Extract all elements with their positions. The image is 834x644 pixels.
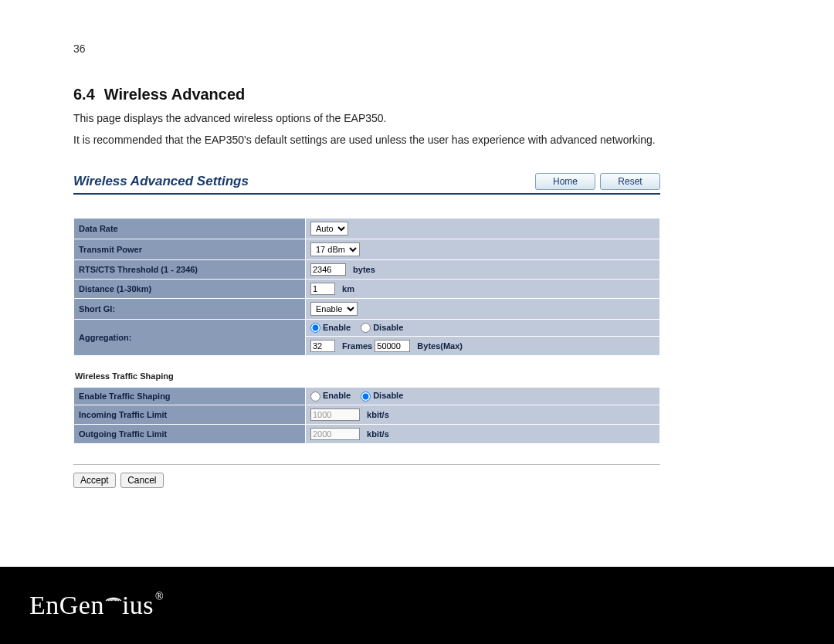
- section-title: Wireless Advanced: [104, 86, 246, 103]
- label-enable-traffic: Enable Traffic Shaping: [74, 388, 306, 405]
- label-data-rate: Data Rate: [74, 218, 306, 239]
- cancel-button[interactable]: Cancel: [120, 473, 163, 488]
- select-short-gi[interactable]: Enable: [310, 302, 358, 316]
- settings-title: Wireless Advanced Settings: [73, 174, 531, 189]
- row-aggregation: Aggregation: Enable Disable: [74, 319, 660, 337]
- row-transmit-power: Transmit Power 17 dBm: [74, 239, 660, 259]
- row-short-gi: Short GI: Enable: [74, 298, 660, 319]
- label-agg-bytes: Bytes(Max): [417, 341, 463, 351]
- radio-traffic-disable-label: Disable: [373, 391, 403, 400]
- select-data-rate[interactable]: Auto: [310, 222, 348, 236]
- section-heading: 6.4Wireless Advanced: [73, 86, 761, 103]
- radio-traffic-disable[interactable]: [361, 391, 371, 402]
- signal-arc-icon: [105, 588, 122, 602]
- brand-registered: ®: [155, 591, 164, 603]
- radio-aggregation-enable-wrap[interactable]: Enable: [310, 323, 351, 332]
- page-footer: EnGen ius®: [0, 567, 834, 644]
- radio-aggregation-enable[interactable]: [310, 323, 320, 333]
- label-short-gi: Short GI:: [74, 298, 306, 319]
- intro-line-2: It is recommended that the EAP350's defa…: [73, 131, 761, 150]
- traffic-shaping-heading: Wireless Traffic Shaping: [75, 371, 660, 381]
- radio-label-disable: Disable: [373, 323, 403, 332]
- radio-traffic-disable-wrap[interactable]: Disable: [361, 391, 403, 400]
- input-incoming[interactable]: [310, 408, 360, 421]
- input-rts[interactable]: [310, 263, 346, 276]
- action-row: Accept Cancel: [73, 464, 660, 488]
- label-aggregation: Aggregation:: [74, 319, 306, 356]
- brand-part2: ius: [122, 591, 154, 620]
- label-agg-frames: Frames: [342, 341, 372, 351]
- document-page: 36 6.4Wireless Advanced This page displa…: [0, 0, 834, 488]
- settings-header: Wireless Advanced Settings Home Reset: [73, 173, 660, 195]
- row-rts-threshold: RTS/CTS Threshold (1 - 2346) bytes: [74, 259, 660, 279]
- row-distance: Distance (1-30km) km: [74, 279, 660, 298]
- label-outgoing: Outgoing Traffic Limit: [74, 424, 306, 443]
- input-distance[interactable]: [310, 283, 335, 295]
- home-button[interactable]: Home: [535, 173, 595, 190]
- radio-label-enable: Enable: [323, 323, 351, 332]
- page-number: 36: [73, 42, 761, 55]
- unit-rts: bytes: [353, 265, 375, 274]
- unit-outgoing: kbit/s: [367, 429, 389, 439]
- accept-button[interactable]: Accept: [73, 473, 116, 488]
- input-outgoing[interactable]: [310, 428, 360, 440]
- radio-aggregation-disable-wrap[interactable]: Disable: [361, 323, 403, 332]
- label-incoming: Incoming Traffic Limit: [74, 405, 306, 424]
- reset-button[interactable]: Reset: [600, 173, 660, 190]
- label-distance: Distance (1-30km): [74, 279, 306, 298]
- section-number: 6.4: [73, 86, 95, 103]
- settings-table: Data Rate Auto Transmit Power 17 dBm RTS…: [73, 218, 660, 357]
- select-transmit-power[interactable]: 17 dBm: [310, 242, 360, 256]
- label-rts: RTS/CTS Threshold (1 - 2346): [74, 259, 306, 279]
- settings-screenshot: Wireless Advanced Settings Home Reset Da…: [73, 173, 660, 488]
- radio-aggregation-disable[interactable]: [361, 323, 371, 333]
- radio-traffic-enable[interactable]: [310, 391, 320, 402]
- label-transmit-power: Transmit Power: [74, 239, 306, 259]
- radio-traffic-enable-wrap[interactable]: Enable: [310, 391, 351, 400]
- intro-line-1: This page displays the advanced wireless…: [73, 110, 761, 128]
- row-enable-traffic: Enable Traffic Shaping Enable Disable: [74, 388, 660, 405]
- row-outgoing-limit: Outgoing Traffic Limit kbit/s: [74, 424, 660, 443]
- row-incoming-limit: Incoming Traffic Limit kbit/s: [74, 405, 660, 424]
- brand-part1: EnGen: [29, 591, 104, 620]
- row-data-rate: Data Rate Auto: [74, 218, 660, 239]
- brand-logo: EnGen ius®: [29, 591, 164, 620]
- unit-incoming: kbit/s: [367, 410, 389, 419]
- radio-traffic-enable-label: Enable: [323, 391, 351, 400]
- unit-distance: km: [342, 284, 354, 293]
- traffic-table: Enable Traffic Shaping Enable Disable In…: [73, 387, 660, 444]
- input-agg-bytes[interactable]: [375, 340, 410, 352]
- input-agg-frames[interactable]: [310, 340, 335, 352]
